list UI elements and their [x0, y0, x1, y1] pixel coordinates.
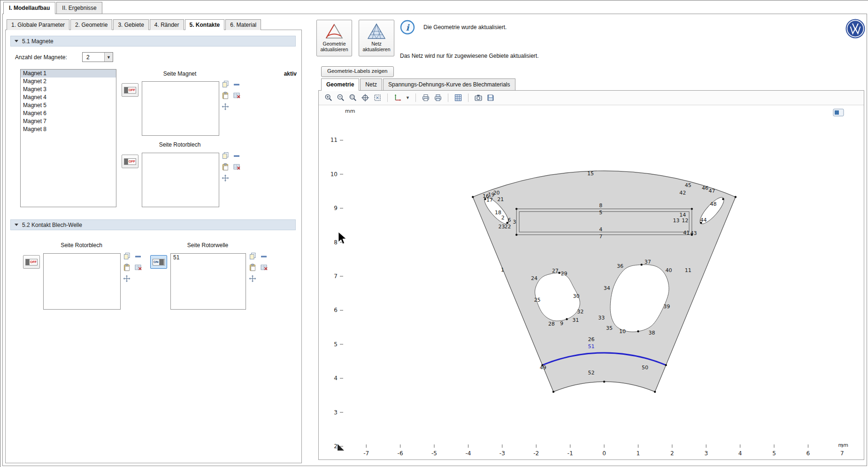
chevron-down-icon[interactable]: ▼ [104, 53, 113, 62]
toggle-on-icon: ON [153, 259, 165, 265]
move-icon[interactable] [123, 275, 131, 282]
seite-magnet-list[interactable] [142, 81, 219, 136]
edge-label: 23 [498, 224, 505, 230]
show-geometry-labels-button[interactable]: Geometrie-Labels zeigen [321, 66, 394, 77]
tab-view-netz[interactable]: Netz [360, 78, 382, 90]
left-tab-bar: 1. Globale Parameter 2. Geometrie 3. Geb… [7, 19, 262, 30]
geometry-plot-canvas[interactable]: -7-6-5-4-3-2-101234567234567891011154546… [319, 105, 864, 459]
zoom-extents-icon[interactable] [373, 93, 382, 102]
clear-selection-icon[interactable] [233, 92, 240, 99]
magnet-list-item[interactable]: Magnet 5 [21, 101, 116, 109]
clear-selection-icon[interactable] [233, 163, 240, 171]
toggle-off-icon: OFF [25, 259, 38, 265]
tab-material[interactable]: 6. Material [225, 19, 261, 30]
section-header-kontakt[interactable]: 5.2 Kontakt Blech-Welle [10, 219, 296, 230]
edge-label: 22 [504, 224, 511, 230]
zoom-in-icon[interactable] [324, 93, 333, 102]
tab-view-spannungskurve[interactable]: Spannungs-Dehnungs-Kurve des Blechmateri… [383, 78, 515, 90]
seite-magnet-label: Seite Magnet [141, 70, 219, 77]
tab-globale-parameter[interactable]: 1. Globale Parameter [7, 19, 69, 30]
toggle-kontakt-rotorwelle[interactable]: ON [150, 255, 167, 269]
vertex-dot [691, 208, 693, 210]
tab-ergebnisse[interactable]: II. Ergebnisse [56, 2, 102, 14]
plot-settings-icon[interactable] [835, 110, 839, 115]
toggle-seite-rotorblech[interactable]: OFF [122, 155, 138, 168]
edge-label: 40 [666, 267, 672, 273]
copy-icon[interactable] [222, 152, 229, 159]
copy-icon[interactable] [123, 252, 131, 260]
toggle-kontakt-rotorblech[interactable]: OFF [23, 255, 40, 269]
table-grid-icon[interactable] [454, 93, 462, 102]
move-icon[interactable] [222, 103, 229, 110]
print-preview-icon[interactable] [434, 93, 442, 102]
rotor-sector[interactable] [473, 171, 736, 392]
magnet-list-item[interactable]: Magnet 1 [21, 70, 116, 78]
vertex-dot [665, 364, 667, 366]
zoom-out-icon[interactable] [337, 93, 345, 102]
magnet-list-item[interactable]: Magnet 8 [21, 125, 116, 133]
edge-label: 15 [587, 171, 594, 177]
tab-kontakte[interactable]: 5. Kontakte [185, 19, 225, 30]
rotorwelle-list[interactable]: 51 [170, 253, 246, 310]
seite-magnet-icons [222, 80, 243, 113]
update-mesh-button[interactable]: Netz aktualisieren [359, 20, 394, 56]
unit-label: mm [838, 442, 848, 448]
tab-modellaufbau[interactable]: I. Modellaufbau [3, 2, 55, 14]
tab-gebiete[interactable]: 3. Gebiete [113, 19, 148, 30]
copy-icon[interactable] [249, 252, 256, 260]
tab-geometrie[interactable]: 2. Geometrie [70, 19, 112, 30]
paste-icon[interactable] [222, 163, 229, 171]
y-tick-label: 6 [334, 307, 338, 313]
toolbar-separator [468, 93, 469, 102]
paste-icon[interactable] [123, 264, 131, 271]
paste-icon[interactable] [222, 92, 229, 99]
seite-rotorblech-list[interactable] [142, 153, 219, 207]
remove-icon[interactable] [233, 81, 240, 88]
magnet-list-item[interactable]: Magnet 4 [21, 93, 116, 101]
vertex-dot [472, 196, 474, 198]
toggle-seite-magnet[interactable]: OFF [122, 83, 138, 97]
magnet-list-item[interactable]: Magnet 6 [21, 109, 116, 117]
remove-icon[interactable] [134, 253, 142, 260]
zoom-reset-icon[interactable] [361, 93, 369, 102]
edge-label: 33 [598, 315, 605, 321]
edge-label: 18 [495, 210, 501, 216]
tab-view-geometrie[interactable]: Geometrie [321, 78, 359, 90]
magnet-count-select[interactable]: 2 ▼ [82, 52, 113, 62]
vertex-dot [603, 381, 605, 382]
remove-icon[interactable] [233, 152, 240, 160]
section-header-magnete[interactable]: 5.1 Magnete [10, 36, 296, 47]
x-tick-label: 3 [704, 450, 708, 457]
print-icon[interactable] [422, 93, 430, 102]
section-title: 5.1 Magnete [22, 38, 54, 45]
magnet-list[interactable]: Magnet 1Magnet 2Magnet 3Magnet 4Magnet 5… [20, 69, 116, 207]
move-icon[interactable] [222, 174, 229, 182]
magnet-list-item[interactable]: Magnet 2 [21, 78, 116, 86]
vw-logo [845, 18, 866, 39]
zoom-box-icon[interactable] [349, 93, 357, 102]
edge-label: 1 [501, 267, 504, 273]
remove-icon[interactable] [260, 253, 268, 260]
magnet-list-item[interactable]: Magnet 7 [21, 117, 116, 125]
update-geometry-button[interactable]: Geometrie aktualisieren [316, 20, 352, 56]
toggle-off-icon: OFF [124, 87, 136, 93]
x-tick-label: -7 [363, 450, 369, 457]
clear-selection-icon[interactable] [260, 264, 268, 271]
move-icon[interactable] [249, 275, 256, 282]
geometry-icon [324, 22, 345, 41]
vertex-dot [515, 234, 517, 236]
magnet-list-item[interactable]: Magnet 3 [21, 86, 116, 93]
kontakt-rotorblech-list[interactable] [43, 253, 121, 310]
clear-selection-icon[interactable] [134, 264, 142, 271]
y-tick-label: 11 [330, 137, 338, 143]
save-image-icon[interactable] [486, 93, 495, 102]
view-axes-icon[interactable] [393, 93, 402, 102]
copy-icon[interactable] [222, 80, 229, 88]
rotorwelle-list-item[interactable]: 51 [171, 254, 246, 262]
chevron-down-icon[interactable]: ▼ [406, 95, 410, 100]
paste-icon[interactable] [249, 264, 256, 271]
x-tick-label: 0 [602, 450, 606, 457]
tab-raender[interactable]: 4. Ränder [150, 19, 184, 30]
snapshot-icon[interactable] [474, 93, 483, 102]
cursor-icon [338, 232, 346, 244]
